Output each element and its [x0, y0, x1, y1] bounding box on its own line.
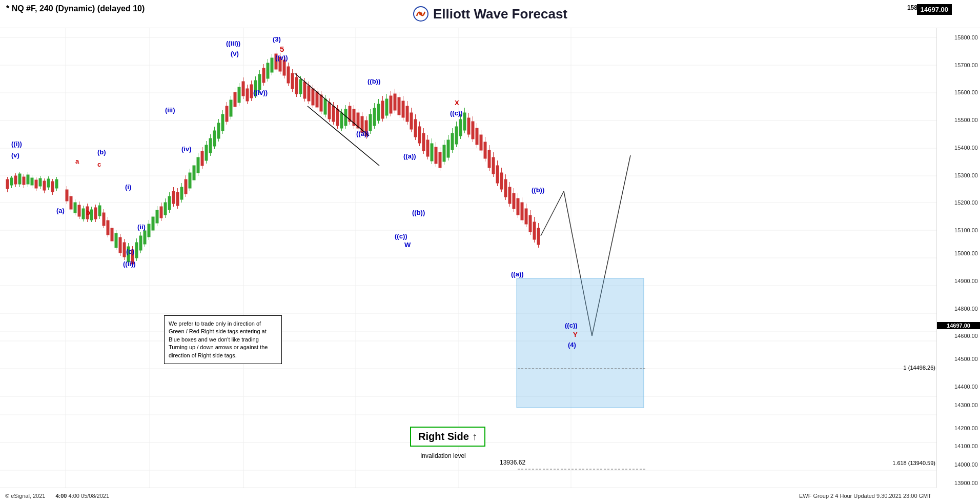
price-14900: 14900.00	[954, 278, 978, 284]
chart-area: .candle-body { stroke-width: 1; } .candl…	[0, 28, 936, 488]
wave-label-v-circle: (v)	[11, 151, 19, 159]
wave-label-iii-dbl: ((iii))	[226, 39, 240, 47]
wave-label-5: 5	[280, 45, 284, 53]
annotation-text: We prefer to trade only in direction of …	[169, 320, 268, 358]
price-14600: 14600.00	[954, 333, 978, 339]
price-15400: 15400.00	[954, 145, 978, 151]
ewf-logo: Elliott Wave Forecast	[413, 6, 567, 22]
wave-label-c-dbl3: ((c))	[565, 321, 578, 329]
wave-label-c-dbl1: ((c))	[395, 232, 407, 240]
invalidation-value: 13936.62	[500, 459, 525, 466]
wave-label-X: X	[455, 99, 459, 107]
price-15000: 15000.00	[954, 250, 978, 256]
wave-label-a: a	[75, 157, 79, 165]
footer-ewf: EWF Group 2 4 Hour Updated 9.30.2021 23:…	[799, 493, 931, 499]
svg-rect-289	[517, 278, 644, 408]
price-15800: 15800.00	[954, 34, 978, 41]
price-15700: 15700.00	[954, 62, 978, 68]
svg-line-286	[541, 191, 564, 236]
level-1-label: 1 (14498.26)	[904, 365, 935, 371]
wave-label-iv-circle: (iv)	[181, 145, 192, 153]
wave-label-c-small: c	[97, 160, 101, 168]
right-side-label: Right Side	[418, 431, 469, 442]
wave-label-c-dbl2: ((c))	[450, 109, 463, 117]
wave-label-iv-dbl: ((iv))	[253, 89, 268, 96]
bottom-bar: © eSignal, 2021 4:00 4:00 05/08/2021 EWF…	[0, 488, 936, 503]
price-15500: 15500.00	[954, 117, 978, 123]
candles-svg: .candle-body { stroke-width: 1; } .candl…	[0, 28, 936, 488]
footer-datetime: 4:00 4:00 05/08/2021	[55, 493, 109, 499]
wave-label-a-circle: (a)	[56, 207, 65, 214]
ewf-logo-icon	[413, 6, 429, 22]
wave-label-b-circle: (b)	[97, 148, 106, 156]
wave-label-4-circle: (4)	[568, 341, 576, 349]
price-15200: 15200.00	[954, 199, 978, 206]
level-1618-label: 1.618 (13940.59)	[892, 460, 935, 466]
price-axis: 15800.00 15700.00 15600.00 15500.00 1540…	[936, 28, 980, 488]
wave-label-Y: Y	[573, 331, 578, 338]
wave-label-ii-circle: ((i))	[11, 140, 22, 148]
footer-copyright: © eSignal, 2021	[5, 493, 45, 499]
wave-label-a-dbl2: ((a))	[403, 152, 416, 160]
price-15100: 15100.00	[954, 227, 978, 233]
wave-label-W: W	[404, 241, 411, 249]
wave-label-ii-dbl: ((ii))	[123, 260, 136, 268]
wave-label-b-dbl3: ((b))	[532, 186, 544, 194]
price-14500: 14500.00	[954, 356, 978, 362]
wave-label-b-dbl1: ((b))	[368, 77, 380, 85]
timeframe-label: 4:00	[55, 493, 67, 499]
wave-label-c-circle: (c)	[126, 248, 134, 255]
wave-label-a-dbl1: ((a))	[356, 130, 369, 137]
wave-label-3-circle: (3)	[273, 35, 281, 43]
price-14300: 14300.00	[954, 402, 978, 408]
invalidation-label: Invalidation level	[420, 452, 466, 459]
price-15600: 15600.00	[954, 89, 978, 95]
wave-label-ii-circle2: (ii)	[137, 223, 146, 231]
wave-label-a-dbl3: ((a))	[511, 270, 524, 278]
price-14000: 14000.00	[954, 461, 978, 468]
price-14100: 14100.00	[954, 443, 978, 449]
wave-label-v-circle2: (v)	[231, 50, 239, 57]
wave-label-iii-circle: (iii)	[165, 106, 175, 114]
price-13900: 13900.00	[954, 480, 978, 486]
right-side-arrow: ↑	[472, 431, 477, 442]
header-bar: Elliott Wave Forecast	[0, 0, 980, 28]
price-15300: 15300.00	[954, 172, 978, 178]
footer-date: 4:00 05/08/2021	[69, 493, 110, 499]
wave-label-i-circle: (i)	[125, 183, 131, 191]
svg-point-1	[419, 12, 422, 15]
wave-label-v-dbl: ((v))	[275, 54, 288, 62]
price-14400: 14400.00	[954, 384, 978, 390]
invalidation-text: Invalidation level	[420, 452, 466, 459]
annotation-box: We prefer to trade only in direction of …	[164, 315, 282, 364]
wave-label-b: b	[86, 209, 90, 216]
current-price-badge: 14697.00	[917, 4, 952, 15]
chart-title: * NQ #F, 240 (Dynamic) (delayed 10)	[6, 4, 145, 13]
current-price-axis: 14697.00	[937, 322, 980, 329]
wave-label-b-dbl2: ((b))	[412, 209, 425, 216]
right-side-badge: Right Side ↑	[410, 427, 485, 447]
price-14200: 14200.00	[954, 425, 978, 431]
ewf-title: Elliott Wave Forecast	[433, 6, 567, 22]
price-14800: 14800.00	[954, 306, 978, 312]
